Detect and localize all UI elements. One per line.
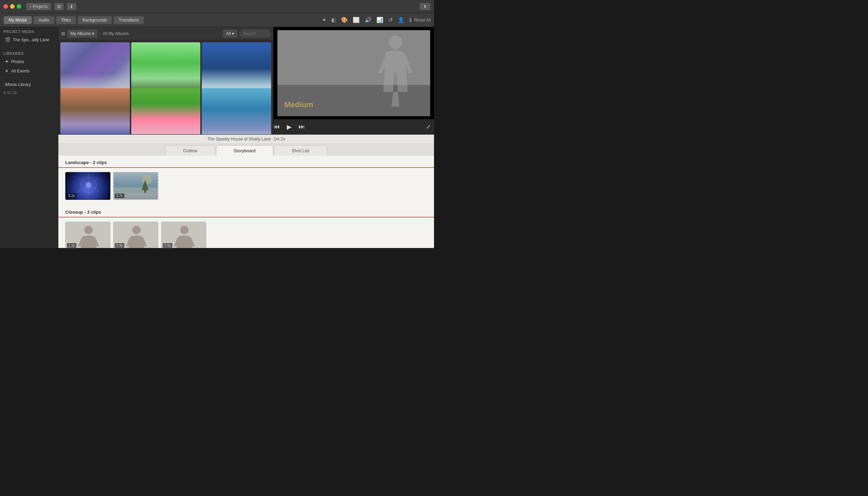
toolbar: My Media Audio Titles Backgrounds Transi…	[0, 13, 434, 27]
photos-icon: ✦	[5, 59, 9, 64]
layout-button[interactable]: ⊞	[54, 3, 64, 10]
sidebar-item-imovie-library[interactable]: iMovie Library	[1, 80, 57, 89]
album-selector[interactable]: My Albums ▾	[67, 30, 97, 37]
clip-thumb[interactable]: 0.2s	[65, 172, 110, 200]
top-split: ⊞ My Albums ▾ › All My Albums All ▾	[58, 27, 434, 135]
sidebar-item-photos[interactable]: ✦ Photos	[1, 57, 57, 66]
media-thumb[interactable]	[60, 88, 130, 135]
tab-backgrounds[interactable]: Backgrounds	[77, 16, 112, 24]
libraries-label: LIBRARIES	[0, 49, 58, 57]
filter-label: All	[226, 31, 231, 36]
preview-shot-label: Medium	[284, 100, 313, 109]
svg-point-5	[86, 182, 91, 188]
main-layout: PROJECT MEDIA 🎬 The Spo...ady Lane LIBRA…	[0, 27, 434, 248]
tab-transitions[interactable]: Transitions	[114, 16, 144, 24]
toolbar-icons: ✦ ◐ 🎨 ⬜ 🔊 📊 ↺ 👤 ℹ	[320, 16, 413, 24]
tab-storyboard[interactable]: Storyboard	[216, 145, 274, 156]
film-icon: 🎬	[5, 37, 10, 42]
sidebar-date[interactable]: 5-31-19	[0, 89, 58, 96]
timeline-duration: 1m 2s	[274, 137, 285, 142]
browser-header: ⊞ My Albums ▾ › All My Albums All ▾	[58, 27, 273, 40]
shot-list-content: Landscape - 2 clips	[58, 156, 434, 248]
avatar-icon[interactable]: 👤	[396, 16, 406, 24]
media-thumb[interactable]	[60, 42, 130, 94]
close-button[interactable]	[3, 4, 8, 9]
breadcrumb: All My Albums	[103, 31, 129, 36]
color-icon[interactable]: ◐	[330, 16, 337, 24]
project-media-label: PROJECT MEDIA	[0, 27, 58, 35]
landscape-clips-row: 0.2s 3.7s	[58, 171, 434, 205]
maximize-button[interactable]	[17, 4, 21, 9]
clip-thumb[interactable]: 1.1s	[65, 222, 110, 248]
media-thumb[interactable]	[202, 42, 271, 94]
palette-icon[interactable]: 🎨	[340, 16, 349, 24]
reset-all-button[interactable]: Reset All	[414, 18, 431, 23]
all-events-label: All Events	[11, 69, 30, 74]
play-button[interactable]: ▶	[287, 123, 292, 131]
breadcrumb-arrow: ›	[99, 32, 101, 36]
chevron-left-icon: ‹	[30, 4, 31, 9]
clip-duration: 3.7s	[115, 194, 124, 198]
tab-titles[interactable]: Titles	[56, 16, 76, 24]
tab-outline[interactable]: Outline	[165, 145, 215, 156]
section-closeup: Closeup - 3 clips	[58, 205, 434, 217]
search-input[interactable]	[239, 30, 270, 37]
events-icon: ✕	[5, 68, 9, 74]
timeline-header: The Spooky House of Shady Lane 1m 2s	[58, 135, 434, 144]
share-button[interactable]: ⬆	[419, 3, 431, 10]
filter-all-button[interactable]: All ▾	[223, 30, 237, 37]
sidebar-item-all-events[interactable]: ✕ All Events	[1, 67, 57, 75]
traffic-lights	[3, 4, 21, 9]
sidebar-item-project[interactable]: 🎬 The Spo...ady Lane	[1, 35, 57, 44]
clip-duration: 1.1s	[67, 243, 76, 248]
section-landscape: Landscape - 2 clips	[58, 156, 434, 168]
sidebar: PROJECT MEDIA 🎬 The Spo...ady Lane LIBRA…	[0, 27, 58, 248]
tab-my-media[interactable]: My Media	[3, 16, 32, 24]
svg-point-7	[142, 175, 152, 185]
audio-icon[interactable]: 🔊	[363, 16, 373, 24]
titlebar: ‹ Projects ⊞ ⬇ ⬆	[0, 0, 434, 13]
media-browser: ⊞ My Albums ▾ › All My Albums All ▾	[58, 27, 274, 134]
clip-thumb[interactable]: 0.9s	[161, 222, 206, 248]
tab-shot-list[interactable]: Shot List	[274, 145, 327, 156]
timeline-section: The Spooky House of Shady Lane 1m 2s Out…	[58, 135, 434, 248]
preview-area: Medium ⏮ ▶ ⏭ ⤢	[274, 27, 434, 134]
sidebar-divider-2	[0, 78, 58, 78]
closeup-clips-row: 1.1s 0.9s	[58, 220, 434, 248]
preview-controls: ⏮ ▶ ⏭ ⤢	[274, 119, 434, 134]
media-thumb[interactable]	[131, 88, 201, 135]
clip-thumb[interactable]: 0.9s	[113, 222, 158, 248]
grid-view-icon[interactable]: ⊞	[61, 31, 65, 36]
svg-point-0	[389, 35, 402, 49]
person-silhouette-icon	[371, 34, 420, 106]
content-area: ⊞ My Albums ▾ › All My Albums All ▾	[58, 27, 434, 248]
chart-icon[interactable]: 📊	[375, 16, 385, 24]
clip-thumb[interactable]: 3.7s	[113, 172, 158, 200]
timeline-project-title: The Spooky House of Shady Lane	[207, 137, 271, 142]
speed-icon[interactable]: ↺	[387, 16, 394, 24]
crop-icon[interactable]: ⬜	[351, 16, 361, 24]
projects-button[interactable]: ‹ Projects	[26, 3, 51, 10]
go-to-start-button[interactable]: ⏮	[274, 123, 280, 130]
imovie-library-label: iMovie Library	[5, 82, 31, 87]
tab-audio[interactable]: Audio	[33, 16, 55, 24]
minimize-button[interactable]	[10, 4, 15, 9]
magic-wand-icon[interactable]: ✦	[320, 16, 328, 24]
svg-rect-9	[144, 189, 146, 193]
go-to-end-button[interactable]: ⏭	[299, 123, 305, 130]
timeline-tabs: Outline Storyboard Shot List	[58, 144, 434, 156]
fullscreen-button[interactable]: ⤢	[426, 123, 431, 130]
clip-duration: 0.9s	[163, 243, 172, 248]
media-thumb[interactable]	[131, 42, 201, 94]
album-label: My Albums	[70, 31, 91, 36]
clip-duration: 0.9s	[115, 243, 124, 248]
preview-viewport: Medium	[274, 27, 434, 119]
photos-label: Photos	[11, 59, 24, 64]
clip-duration: 0.2s	[67, 194, 76, 198]
project-name: The Spo...ady Lane	[13, 37, 49, 42]
projects-label: Projects	[33, 4, 48, 9]
sidebar-divider	[0, 46, 58, 47]
media-thumb[interactable]	[202, 88, 271, 135]
info-icon[interactable]: ℹ	[408, 16, 413, 24]
download-button[interactable]: ⬇	[67, 3, 76, 10]
